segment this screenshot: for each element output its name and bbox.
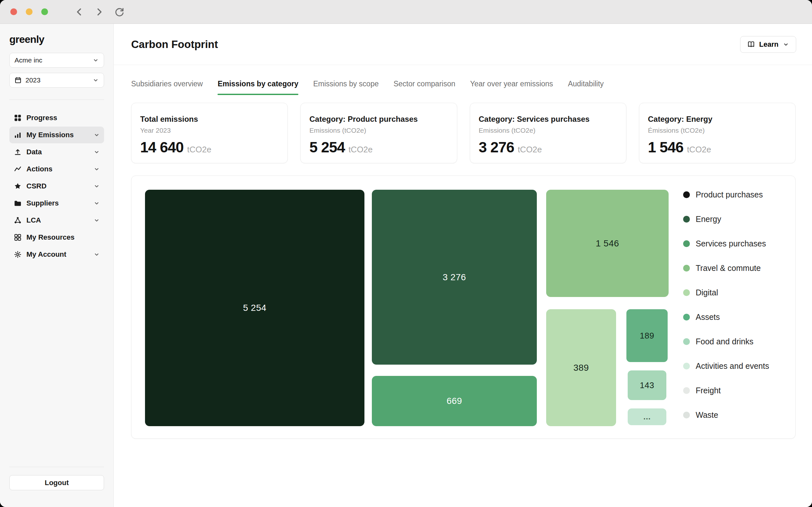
browser-chrome — [0, 0, 812, 24]
calendar-icon — [14, 77, 21, 84]
legend-item-assets[interactable]: Assets — [683, 305, 769, 329]
legend-dot — [683, 338, 690, 345]
card-value: 3 276 — [479, 138, 514, 156]
treemap-tile-overflow[interactable]: … — [628, 408, 666, 425]
learn-button-label: Learn — [759, 40, 778, 49]
sidebar-item-my-account[interactable]: My Account — [9, 246, 104, 263]
legend-item-product-purchases[interactable]: Product purchases — [683, 182, 769, 207]
card-subtitle: Emissions (tCO2e) — [309, 127, 448, 134]
back-icon[interactable] — [72, 4, 87, 19]
sidebar-menu: Progress My Emissions Data Actions — [9, 110, 104, 263]
page-title: Carbon Footprint — [131, 38, 218, 51]
tile-value: … — [643, 412, 651, 421]
treemap-tile[interactable]: 389 — [546, 309, 616, 426]
sidebar-item-lca[interactable]: LCA — [9, 212, 104, 229]
nodes-icon — [13, 216, 22, 225]
tile-value: 143 — [640, 380, 654, 390]
legend-dot — [683, 191, 690, 198]
year-select[interactable]: 2023 — [9, 73, 104, 88]
legend-dot — [683, 289, 690, 296]
sidebar-item-label: CSRD — [26, 182, 46, 190]
greenly-logo: greenly — [9, 34, 104, 45]
sidebar-item-label: Suppliers — [26, 199, 59, 208]
tab-bar: Subsidiaries overview Emissions by categ… — [131, 79, 796, 95]
tile-value: 669 — [447, 396, 462, 406]
legend-label: Activities and events — [696, 361, 769, 371]
treemap-tile[interactable]: 189 — [627, 309, 668, 362]
tab-emissions-by-category[interactable]: Emissions by category — [217, 79, 299, 95]
sidebar-item-progress[interactable]: Progress — [9, 110, 104, 126]
treemap-tile[interactable]: 143 — [628, 371, 666, 400]
tab-emissions-by-scope[interactable]: Emissions by scope — [313, 79, 379, 95]
tile-value: 389 — [573, 363, 589, 373]
tab-auditability[interactable]: Auditability — [568, 79, 603, 95]
sidebar-item-label: Data — [26, 148, 42, 156]
sidebar-item-suppliers[interactable]: Suppliers — [9, 195, 104, 212]
traffic-lights — [10, 8, 48, 15]
legend-item-food-and-drinks[interactable]: Food and drinks — [683, 329, 769, 354]
trend-icon — [13, 165, 22, 173]
treemap-legend: Product purchases Energy Services purcha… — [683, 182, 769, 427]
tile-value: 189 — [640, 331, 654, 341]
legend-item-activities-and-events[interactable]: Activities and events — [683, 354, 769, 378]
legend-item-travel-commute[interactable]: Travel & commute — [683, 256, 769, 280]
card-subtitle: Émissions (tCO2e) — [648, 127, 787, 134]
card-title: Category: Product purchases — [309, 115, 448, 124]
legend-dot — [683, 265, 690, 272]
forward-icon[interactable] — [92, 4, 107, 19]
product-purchases-card: Category: Product purchases Emissions (t… — [300, 103, 457, 163]
chevron-down-icon — [93, 57, 99, 63]
legend-item-freight[interactable]: Freight — [683, 378, 769, 403]
tile-value: 3 276 — [443, 272, 466, 282]
tab-sector-comparison[interactable]: Sector comparison — [393, 79, 455, 95]
tab-year-over-year-emissions[interactable]: Year over year emissions — [470, 79, 553, 95]
card-subtitle: Emissions (tCO2e) — [479, 127, 617, 134]
sidebar-item-label: My Emissions — [26, 131, 74, 139]
card-value: 1 546 — [648, 138, 684, 156]
treemap-tile[interactable]: 3 276 — [372, 190, 537, 364]
year-select-value: 2023 — [25, 76, 89, 84]
legend-dot — [683, 363, 690, 370]
sidebar: greenly Acme inc 2023 Progress My Emissi — [0, 24, 114, 507]
legend-dot — [683, 216, 690, 223]
card-value: 14 640 — [140, 138, 184, 156]
legend-dot — [683, 240, 690, 247]
organization-select[interactable]: Acme inc — [9, 53, 104, 68]
treemap-tile[interactable]: 669 — [372, 376, 537, 426]
sidebar-item-my-emissions[interactable]: My Emissions — [9, 127, 104, 143]
grid-icon — [13, 114, 22, 122]
organization-select-value: Acme inc — [14, 56, 89, 64]
upload-icon — [13, 148, 22, 156]
legend-item-waste[interactable]: Waste — [683, 403, 769, 427]
minimize-window-button[interactable] — [26, 8, 33, 15]
sidebar-item-my-resources[interactable]: My Resources — [9, 229, 104, 246]
legend-item-digital[interactable]: Digital — [683, 280, 769, 305]
legend-label: Product purchases — [696, 190, 763, 200]
chevron-down-icon — [94, 183, 100, 189]
services-purchases-card: Category: Services purchases Emissions (… — [470, 103, 627, 163]
legend-item-services-purchases[interactable]: Services purchases — [683, 231, 769, 256]
learn-button[interactable]: Learn — [740, 36, 796, 53]
card-title: Category: Services purchases — [479, 115, 617, 124]
legend-item-energy[interactable]: Energy — [683, 207, 769, 231]
chevron-down-icon — [94, 132, 100, 138]
card-value: 5 254 — [309, 138, 345, 156]
card-unit: tCO2e — [187, 145, 211, 155]
card-title: Total emissions — [140, 115, 279, 124]
treemap-tile[interactable]: 5 254 — [145, 190, 365, 426]
treemap-tile[interactable]: 1 546 — [546, 190, 668, 297]
logout-button[interactable]: Logout — [9, 475, 104, 490]
legend-label: Food and drinks — [696, 337, 753, 346]
close-window-button[interactable] — [10, 8, 17, 15]
chevron-down-icon — [94, 251, 100, 258]
reload-icon[interactable] — [112, 4, 127, 19]
card-unit: tCO2e — [348, 145, 373, 155]
grid-icon — [13, 233, 22, 241]
chevron-down-icon — [93, 77, 99, 83]
tab-subsidiaries-overview[interactable]: Subsidiaries overview — [131, 79, 203, 95]
sidebar-item-csrd[interactable]: CSRD — [9, 178, 104, 194]
sidebar-item-data[interactable]: Data — [9, 144, 104, 160]
stat-cards-row: Total emissions Year 2023 14 640tCO2e Ca… — [131, 103, 796, 163]
sidebar-item-actions[interactable]: Actions — [9, 161, 104, 177]
zoom-window-button[interactable] — [41, 8, 48, 15]
